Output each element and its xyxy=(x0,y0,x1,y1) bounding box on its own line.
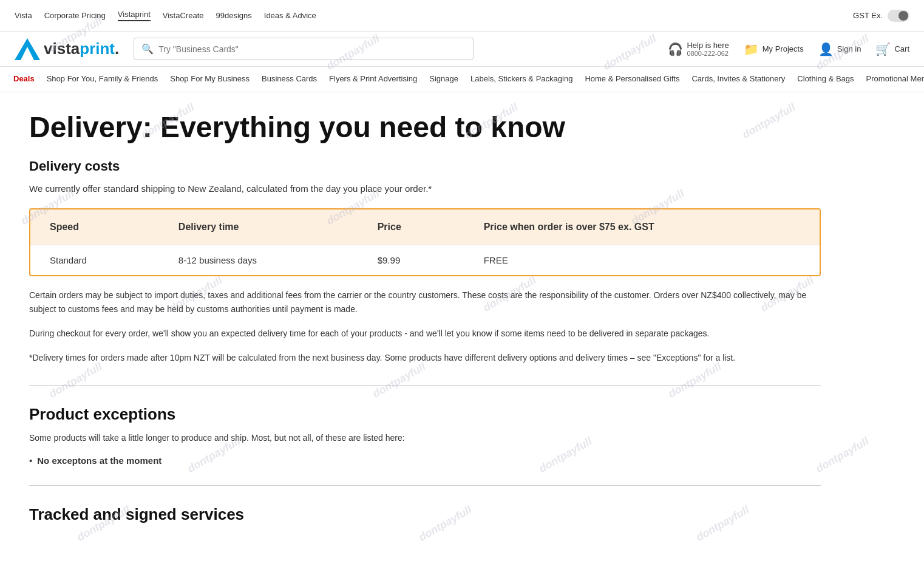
delivery-costs-title: Delivery costs xyxy=(29,158,821,174)
top-nav-vista[interactable]: Vista xyxy=(15,11,32,20)
product-exceptions-title: Product exceptions xyxy=(29,405,821,424)
category-signage[interactable]: Signage xyxy=(423,67,464,92)
delivery-table-wrapper: Speed Delivery time Price Price when ord… xyxy=(29,208,821,276)
category-shop-business[interactable]: Shop For My Business xyxy=(164,67,256,92)
col-price: Price xyxy=(358,209,464,245)
category-promotional[interactable]: Promotional Merchandise xyxy=(860,67,924,92)
top-nav: Vista Corporate Pricing Vistaprint Vista… xyxy=(0,0,924,32)
logo[interactable]: vistaprint. xyxy=(15,38,119,60)
user-icon: 👤 xyxy=(818,42,834,56)
logo-icon xyxy=(15,38,40,60)
cell-price: $9.99 xyxy=(358,245,464,275)
col-delivery-time: Delivery time xyxy=(159,209,358,245)
category-labels[interactable]: Labels, Stickers & Packaging xyxy=(464,67,579,92)
category-business-cards[interactable]: Business Cards xyxy=(256,67,323,92)
top-nav-vistaprint[interactable]: Vistaprint xyxy=(118,10,151,21)
top-nav-ideas[interactable]: Ideas & Advice xyxy=(264,11,316,20)
help-link[interactable]: 🎧 Help is here 0800-222-062 xyxy=(668,41,729,57)
cell-speed: Standard xyxy=(30,245,159,275)
page-title: Delivery: Everything you need to know xyxy=(29,112,821,144)
cell-time: 8-12 business days xyxy=(159,245,358,275)
section-divider xyxy=(29,385,821,386)
cart-link[interactable]: 🛒 Cart xyxy=(875,42,909,56)
product-exceptions-intro: Some products will take a little longer … xyxy=(29,431,821,446)
top-nav-vistacreate[interactable]: VistaCreate xyxy=(163,11,204,20)
top-nav-links: Vista Corporate Pricing Vistaprint Vista… xyxy=(15,10,838,21)
col-speed: Speed xyxy=(30,209,159,245)
gst-toggle-container: GST Ex. xyxy=(853,10,909,22)
folder-icon: 📁 xyxy=(744,42,759,56)
top-nav-corporate-pricing[interactable]: Corporate Pricing xyxy=(44,11,106,20)
logo-text: vistaprint. xyxy=(44,39,119,58)
headset-icon: 🎧 xyxy=(668,42,683,56)
col-price-over-75: Price when order is over $75 ex. GST xyxy=(464,209,820,245)
search-icon: 🔍 xyxy=(141,43,154,55)
toggle-knob xyxy=(899,11,908,21)
category-deals[interactable]: Deals xyxy=(7,67,41,92)
category-home-gifts[interactable]: Home & Personalised Gifts xyxy=(579,67,685,92)
top-nav-99designs[interactable]: 99designs xyxy=(216,11,251,20)
header-actions: 🎧 Help is here 0800-222-062 📁 My Project… xyxy=(668,41,909,57)
my-projects-link[interactable]: 📁 My Projects xyxy=(744,42,804,56)
delivery-table: Speed Delivery time Price Price when ord… xyxy=(30,209,820,275)
bullet-dot: • xyxy=(29,455,32,466)
help-text: Help is here 0800-222-062 xyxy=(687,41,729,57)
tracked-section-title: Tracked and signed services xyxy=(29,505,821,524)
category-flyers[interactable]: Flyers & Print Advertising xyxy=(323,67,423,92)
category-clothing[interactable]: Clothing & Bags xyxy=(791,67,860,92)
section-divider-2 xyxy=(29,485,821,486)
cart-icon: 🛒 xyxy=(875,42,891,56)
table-row: Standard 8-12 business days $9.99 FREE xyxy=(30,245,820,275)
list-item: • No exceptons at the moment xyxy=(29,455,821,466)
gst-label: GST Ex. xyxy=(853,11,883,20)
gst-toggle-switch[interactable] xyxy=(888,10,909,22)
main-content: Delivery: Everything you need to know De… xyxy=(0,92,850,560)
category-shop-you[interactable]: Shop For You, Family & Friends xyxy=(41,67,165,92)
category-nav: Deals Shop For You, Family & Friends Sho… xyxy=(0,67,924,92)
table-header-row: Speed Delivery time Price Price when ord… xyxy=(30,209,820,245)
cell-price-over: FREE xyxy=(464,245,820,275)
search-input[interactable] xyxy=(158,44,466,54)
search-bar[interactable]: 🔍 xyxy=(134,38,474,60)
delivery-times-note: *Delivery times for orders made after 10… xyxy=(29,351,821,366)
category-cards-invites[interactable]: Cards, Invites & Stationery xyxy=(685,67,791,92)
no-exceptions-text: No exceptons at the moment xyxy=(37,455,161,466)
checkout-note: During checkout for every order, we'll s… xyxy=(29,327,821,341)
main-header: vistaprint. 🔍 🎧 Help is here 0800-222-06… xyxy=(0,32,924,67)
delivery-intro: We currently offer standard shipping to … xyxy=(29,182,821,196)
sign-in-link[interactable]: 👤 Sign in xyxy=(818,42,861,56)
import-notice: Certain orders may be subject to import … xyxy=(29,288,821,318)
